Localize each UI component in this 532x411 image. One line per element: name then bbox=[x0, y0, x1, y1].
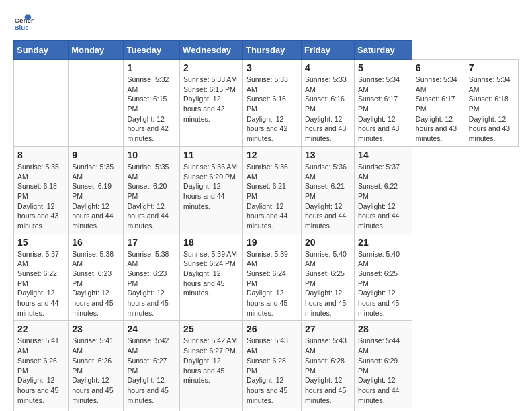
calendar-cell: 22Sunrise: 5:41 AMSunset: 6:26 PMDayligh… bbox=[14, 321, 69, 408]
day-number: 7 bbox=[469, 62, 515, 73]
calendar-cell: 15Sunrise: 5:37 AMSunset: 6:22 PMDayligh… bbox=[14, 234, 69, 321]
day-info: Sunrise: 5:41 AMSunset: 6:26 PMDaylight:… bbox=[72, 336, 120, 405]
calendar-cell: 10Sunrise: 5:35 AMSunset: 6:20 PMDayligh… bbox=[124, 146, 180, 234]
day-number: 21 bbox=[358, 237, 408, 248]
cell-content: 5Sunrise: 5:34 AMSunset: 6:17 PMDaylight… bbox=[358, 62, 408, 144]
calendar-cell: 17Sunrise: 5:38 AMSunset: 6:23 PMDayligh… bbox=[124, 234, 180, 321]
calendar-cell: 24Sunrise: 5:42 AMSunset: 6:27 PMDayligh… bbox=[124, 321, 180, 408]
day-info: Sunrise: 5:38 AMSunset: 6:23 PMDaylight:… bbox=[72, 249, 120, 318]
calendar-cell: 2Sunrise: 5:33 AMSunset: 6:15 PMDaylight… bbox=[180, 60, 243, 147]
header-wednesday: Wednesday bbox=[180, 41, 243, 60]
calendar-cell: 3Sunrise: 5:33 AMSunset: 6:16 PMDaylight… bbox=[242, 60, 301, 147]
calendar-cell: 4Sunrise: 5:33 AMSunset: 6:16 PMDaylight… bbox=[301, 60, 354, 147]
cell-content: 6Sunrise: 5:34 AMSunset: 6:17 PMDaylight… bbox=[416, 62, 461, 144]
day-info: Sunrise: 5:36 AMSunset: 6:20 PMDaylight:… bbox=[183, 162, 239, 211]
cell-content: 23Sunrise: 5:41 AMSunset: 6:26 PMDayligh… bbox=[72, 324, 120, 405]
calendar-cell: 30Sunrise: 5:45 AMSunset: 6:29 PMDayligh… bbox=[69, 408, 124, 411]
logo: General Blue bbox=[13, 13, 36, 34]
day-info: Sunrise: 5:35 AMSunset: 6:19 PMDaylight:… bbox=[72, 162, 120, 231]
day-number: 22 bbox=[17, 324, 64, 334]
week-row-1: 1Sunrise: 5:32 AMSunset: 6:15 PMDaylight… bbox=[14, 60, 519, 147]
day-info: Sunrise: 5:35 AMSunset: 6:20 PMDaylight:… bbox=[127, 162, 176, 231]
day-info: Sunrise: 5:42 AMSunset: 6:27 PMDaylight:… bbox=[183, 336, 239, 385]
day-info: Sunrise: 5:34 AMSunset: 6:18 PMDaylight:… bbox=[469, 75, 515, 144]
day-number: 6 bbox=[416, 62, 461, 73]
calendar-cell: 6Sunrise: 5:34 AMSunset: 6:17 PMDaylight… bbox=[412, 60, 465, 147]
header-thursday: Thursday bbox=[242, 41, 301, 60]
calendar-cell: 25Sunrise: 5:42 AMSunset: 6:27 PMDayligh… bbox=[180, 321, 243, 408]
header-saturday: Saturday bbox=[355, 41, 412, 60]
header: General Blue bbox=[13, 13, 519, 34]
day-info: Sunrise: 5:33 AMSunset: 6:16 PMDaylight:… bbox=[247, 75, 298, 144]
day-number: 24 bbox=[127, 324, 176, 334]
calendar-cell: 21Sunrise: 5:40 AMSunset: 6:25 PMDayligh… bbox=[355, 234, 412, 321]
calendar-cell: 19Sunrise: 5:39 AMSunset: 6:24 PMDayligh… bbox=[242, 234, 301, 321]
day-number: 20 bbox=[305, 237, 351, 248]
day-number: 12 bbox=[247, 150, 298, 161]
cell-content: 22Sunrise: 5:41 AMSunset: 6:26 PMDayligh… bbox=[17, 324, 64, 405]
cell-content: 1Sunrise: 5:32 AMSunset: 6:15 PMDaylight… bbox=[127, 62, 176, 144]
day-number: 13 bbox=[305, 150, 351, 161]
day-number: 16 bbox=[72, 237, 120, 248]
calendar-cell: 29Sunrise: 5:44 AMSunset: 6:29 PMDayligh… bbox=[14, 408, 69, 411]
day-number: 5 bbox=[358, 62, 408, 73]
cell-content: 26Sunrise: 5:43 AMSunset: 6:28 PMDayligh… bbox=[247, 324, 298, 405]
cell-content: 19Sunrise: 5:39 AMSunset: 6:24 PMDayligh… bbox=[247, 237, 298, 318]
cell-content: 11Sunrise: 5:36 AMSunset: 6:20 PMDayligh… bbox=[183, 150, 239, 211]
calendar-cell bbox=[180, 408, 243, 411]
day-number: 14 bbox=[358, 150, 408, 161]
day-info: Sunrise: 5:37 AMSunset: 6:22 PMDaylight:… bbox=[17, 249, 64, 318]
day-number: 28 bbox=[358, 324, 408, 334]
day-number: 25 bbox=[183, 324, 239, 334]
cell-content: 17Sunrise: 5:38 AMSunset: 6:23 PMDayligh… bbox=[127, 237, 176, 318]
header-friday: Friday bbox=[301, 41, 354, 60]
cell-content: 7Sunrise: 5:34 AMSunset: 6:18 PMDaylight… bbox=[469, 62, 515, 144]
day-info: Sunrise: 5:43 AMSunset: 6:28 PMDaylight:… bbox=[305, 336, 351, 405]
calendar-cell: 13Sunrise: 5:36 AMSunset: 6:21 PMDayligh… bbox=[301, 146, 354, 234]
calendar-cell: 26Sunrise: 5:43 AMSunset: 6:28 PMDayligh… bbox=[242, 321, 301, 408]
day-info: Sunrise: 5:34 AMSunset: 6:17 PMDaylight:… bbox=[416, 75, 461, 144]
cell-content: 18Sunrise: 5:39 AMSunset: 6:24 PMDayligh… bbox=[183, 237, 239, 298]
cell-content: 14Sunrise: 5:37 AMSunset: 6:22 PMDayligh… bbox=[358, 150, 408, 231]
week-row-4: 22Sunrise: 5:41 AMSunset: 6:26 PMDayligh… bbox=[14, 321, 519, 408]
calendar-cell: 8Sunrise: 5:35 AMSunset: 6:18 PMDaylight… bbox=[14, 146, 69, 234]
day-info: Sunrise: 5:40 AMSunset: 6:25 PMDaylight:… bbox=[358, 249, 408, 318]
day-number: 17 bbox=[127, 237, 176, 248]
header-row: SundayMondayTuesdayWednesdayThursdayFrid… bbox=[14, 41, 519, 60]
day-number: 8 bbox=[17, 150, 64, 161]
cell-content: 16Sunrise: 5:38 AMSunset: 6:23 PMDayligh… bbox=[72, 237, 120, 318]
cell-content: 15Sunrise: 5:37 AMSunset: 6:22 PMDayligh… bbox=[17, 237, 64, 318]
calendar-cell: 28Sunrise: 5:44 AMSunset: 6:29 PMDayligh… bbox=[355, 321, 412, 408]
day-info: Sunrise: 5:42 AMSunset: 6:27 PMDaylight:… bbox=[127, 336, 176, 405]
calendar-cell: 1Sunrise: 5:32 AMSunset: 6:15 PMDaylight… bbox=[124, 60, 180, 147]
calendar-cell: 14Sunrise: 5:37 AMSunset: 6:22 PMDayligh… bbox=[355, 146, 412, 234]
day-info: Sunrise: 5:36 AMSunset: 6:21 PMDaylight:… bbox=[247, 162, 298, 231]
calendar-cell: 20Sunrise: 5:40 AMSunset: 6:25 PMDayligh… bbox=[301, 234, 354, 321]
week-row-5: 29Sunrise: 5:44 AMSunset: 6:29 PMDayligh… bbox=[14, 408, 519, 411]
calendar-cell bbox=[355, 408, 412, 411]
calendar-cell: 27Sunrise: 5:43 AMSunset: 6:28 PMDayligh… bbox=[301, 321, 354, 408]
cell-content: 25Sunrise: 5:42 AMSunset: 6:27 PMDayligh… bbox=[183, 324, 239, 385]
day-info: Sunrise: 5:39 AMSunset: 6:24 PMDaylight:… bbox=[247, 249, 298, 318]
header-sunday: Sunday bbox=[14, 41, 69, 60]
cell-content: 13Sunrise: 5:36 AMSunset: 6:21 PMDayligh… bbox=[305, 150, 351, 231]
cell-content: 24Sunrise: 5:42 AMSunset: 6:27 PMDayligh… bbox=[127, 324, 176, 405]
day-info: Sunrise: 5:33 AMSunset: 6:16 PMDaylight:… bbox=[305, 75, 351, 144]
day-number: 9 bbox=[72, 150, 120, 161]
cell-content: 12Sunrise: 5:36 AMSunset: 6:21 PMDayligh… bbox=[247, 150, 298, 231]
calendar-cell bbox=[14, 60, 69, 147]
day-number: 15 bbox=[17, 237, 64, 248]
svg-text:Blue: Blue bbox=[15, 24, 30, 31]
day-info: Sunrise: 5:37 AMSunset: 6:22 PMDaylight:… bbox=[358, 162, 408, 231]
calendar-header: SundayMondayTuesdayWednesdayThursdayFrid… bbox=[14, 41, 519, 60]
cell-content: 28Sunrise: 5:44 AMSunset: 6:29 PMDayligh… bbox=[358, 324, 408, 405]
day-number: 27 bbox=[305, 324, 351, 334]
day-number: 18 bbox=[183, 237, 239, 248]
calendar-cell: 7Sunrise: 5:34 AMSunset: 6:18 PMDaylight… bbox=[465, 60, 518, 147]
day-number: 2 bbox=[183, 62, 239, 73]
cell-content: 9Sunrise: 5:35 AMSunset: 6:19 PMDaylight… bbox=[72, 150, 120, 231]
day-number: 23 bbox=[72, 324, 120, 334]
day-info: Sunrise: 5:43 AMSunset: 6:28 PMDaylight:… bbox=[247, 336, 298, 405]
cell-content: 21Sunrise: 5:40 AMSunset: 6:25 PMDayligh… bbox=[358, 237, 408, 318]
calendar-body: 1Sunrise: 5:32 AMSunset: 6:15 PMDaylight… bbox=[14, 60, 519, 412]
